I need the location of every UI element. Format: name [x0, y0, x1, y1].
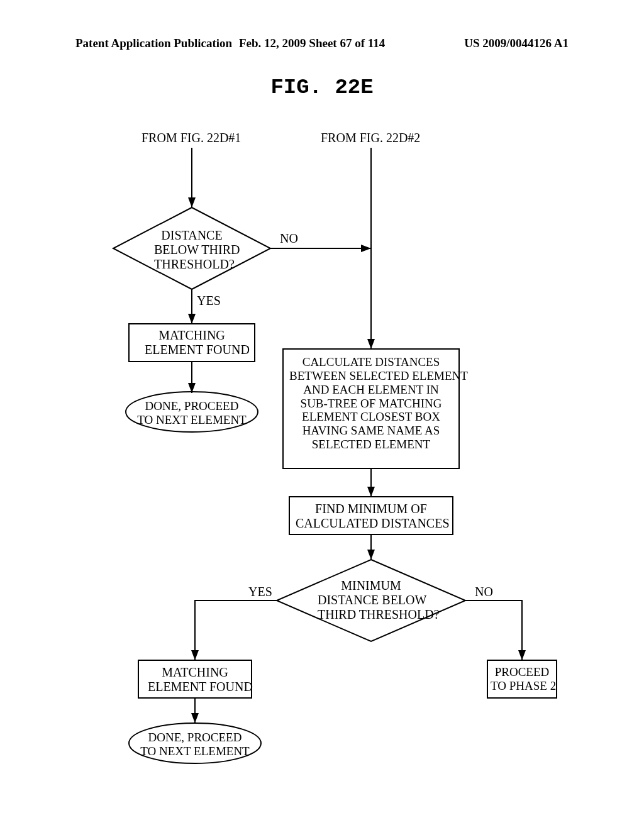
box-calc-distances: CALCULATE DISTANCES BETWEEN SELECTED ELE… [289, 355, 453, 451]
label-from1: FROM FIG. 22D#1 [142, 131, 241, 145]
label-from2: FROM FIG. 22D#2 [321, 131, 420, 145]
decision-threshold1: DISTANCE BELOW THIRD THRESHOLD? [154, 228, 230, 272]
terminator-done-2: DONE, PROCEED TO NEXT ELEMENT [135, 731, 255, 758]
box-matching-found-2: MATCHING ELEMENT FOUND [148, 665, 242, 694]
decision-threshold2: MINIMUM DISTANCE BELOW THIRD THRESHOLD? [318, 578, 425, 622]
label-no-2: NO [475, 585, 493, 599]
label-yes-1: YES [197, 294, 221, 308]
label-yes-2: YES [248, 585, 272, 599]
label-no-1: NO [280, 231, 298, 246]
terminator-done-1: DONE, PROCEED TO NEXT ELEMENT [132, 399, 252, 427]
box-matching-found-1: MATCHING ELEMENT FOUND [145, 328, 239, 357]
box-find-minimum: FIND MINIMUM OF CALCULATED DISTANCES [296, 502, 447, 531]
box-proceed-phase2: PROCEED TO PHASE 2 [491, 665, 553, 693]
